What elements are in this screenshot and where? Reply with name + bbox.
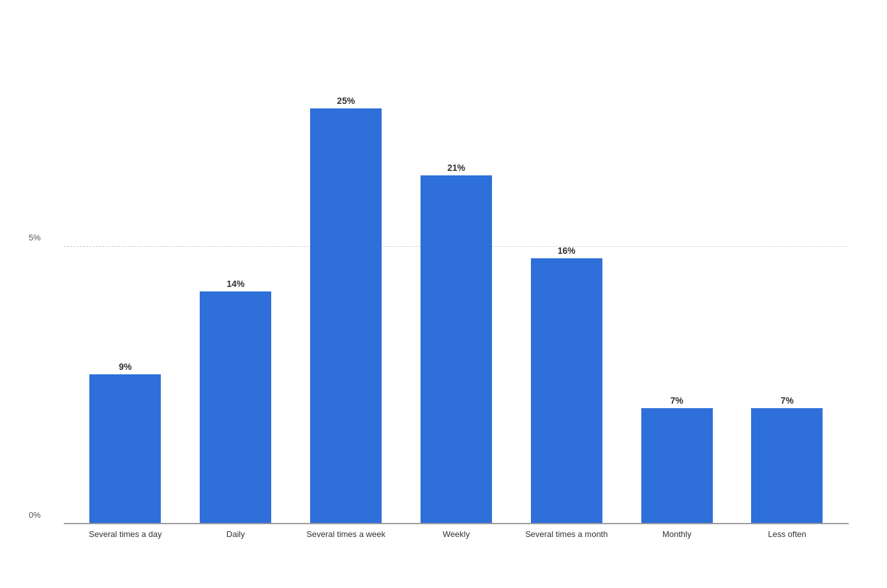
chart-container: 30%25%20%15%10%5%0% 9%14%25%21%16%7%7% S…: [0, 0, 887, 588]
x-axis-label: Weekly: [412, 529, 501, 540]
bar: [310, 108, 382, 524]
x-axis-label: Less often: [742, 529, 831, 540]
x-axis-label: Monthly: [632, 529, 722, 540]
x-axis-label: Several times a month: [522, 529, 611, 540]
bar-group: 14%: [191, 26, 280, 524]
bar: [531, 258, 602, 524]
y-tick-label: 5%: [29, 233, 41, 242]
x-axis-label: Daily: [191, 529, 280, 540]
bar: [751, 408, 823, 524]
x-axis-line: [64, 523, 849, 524]
x-axis-label: Several times a day: [80, 529, 170, 540]
bar-group: 7%: [742, 26, 831, 524]
bar-value-label: 21%: [447, 163, 465, 173]
bar-value-label: 7%: [671, 395, 683, 406]
bar-group: 21%: [412, 26, 501, 524]
x-axis-label: Several times a week: [301, 529, 391, 540]
x-labels: Several times a dayDailySeveral times a …: [64, 524, 849, 540]
bar: [641, 408, 713, 524]
bar: [421, 175, 492, 524]
bar-value-label: 25%: [337, 96, 355, 106]
bar: [200, 291, 271, 524]
grid-bars: 30%25%20%15%10%5%0% 9%14%25%21%16%7%7%: [64, 26, 849, 524]
bar-value-label: 16%: [558, 246, 576, 256]
bar-value-label: 14%: [227, 279, 244, 289]
bar: [89, 374, 161, 524]
bar-value-label: 7%: [780, 395, 793, 406]
bars-wrapper: 9%14%25%21%16%7%7%: [64, 26, 849, 524]
bar-group: 16%: [522, 26, 611, 524]
bar-group: 9%: [80, 26, 170, 524]
bar-group: 25%: [301, 26, 391, 524]
bar-group: 7%: [632, 26, 722, 524]
bar-value-label: 9%: [119, 362, 131, 372]
chart-area: 30%25%20%15%10%5%0% 9%14%25%21%16%7%7% S…: [64, 26, 849, 524]
y-tick-label: 0%: [29, 510, 41, 520]
